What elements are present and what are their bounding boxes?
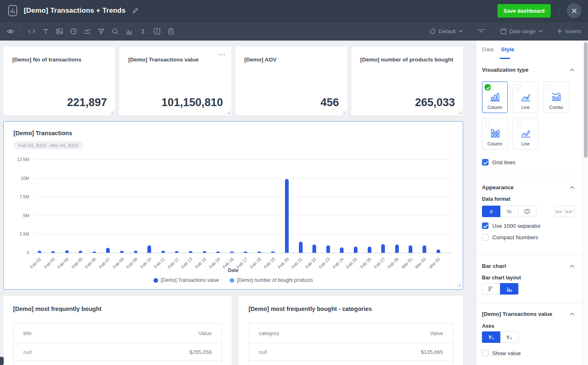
- y-axis-tick: 10M: [9, 176, 29, 181]
- section-heading: Appearance: [482, 184, 513, 190]
- viz-option-combo[interactable]: Combo: [543, 82, 569, 113]
- line-chart-icon[interactable]: [84, 28, 91, 35]
- bar-feb-16: [230, 252, 234, 253]
- toolbar-divider: [21, 26, 21, 36]
- compact-numbers-checkbox[interactable]: [482, 234, 488, 240]
- search-icon[interactable]: [112, 28, 119, 35]
- y-axis-tick: 2.5M: [9, 231, 29, 236]
- plus-icon: [557, 29, 562, 34]
- grid-lines-checkbox[interactable]: [482, 159, 488, 165]
- edit-title-icon[interactable]: [132, 8, 138, 14]
- kpi-title: [Demo] AOV: [244, 57, 338, 63]
- selected-check-icon: [484, 84, 491, 91]
- viz-option-label: Line: [522, 141, 530, 146]
- section-divider: [477, 254, 582, 255]
- vertical-bars-layout-button[interactable]: [500, 283, 518, 295]
- kpi-card-aov[interactable]: [Demo] AOV 456: [235, 47, 347, 116]
- data-table: title Value null $265,058: [13, 323, 222, 365]
- toolbar-right: Default Date range Inserts: [429, 28, 581, 34]
- text-icon[interactable]: [42, 28, 49, 35]
- chart-legend: [Demo] Transactions value [Demo] number …: [4, 277, 463, 283]
- series-settings-header: [Demo] Transactions value: [482, 311, 574, 317]
- preview-eye-icon[interactable]: [7, 28, 14, 35]
- most-frequently-bought-panel[interactable]: [Demo] most frequently bought title Valu…: [3, 296, 232, 365]
- most-frequently-bought-categories-panel[interactable]: [Demo] most frequently bought - categori…: [239, 296, 463, 365]
- viz-option-column[interactable]: Column: [482, 82, 508, 113]
- viz-option-label: Column: [487, 141, 502, 146]
- kpi-card-no-of-transactions[interactable]: [Demo] No of transactions 221,897: [3, 47, 115, 116]
- code-icon[interactable]: [28, 28, 35, 35]
- horizontal-bars-layout-button[interactable]: [482, 283, 500, 295]
- x-axis-title: Date: [4, 268, 463, 273]
- active-tab-underline: [500, 58, 510, 59]
- resize-handle[interactable]: [227, 111, 230, 114]
- resize-handle[interactable]: [459, 111, 461, 114]
- image-icon[interactable]: [56, 28, 63, 35]
- bar-feb-18: [258, 252, 261, 253]
- content-area: [Demo] No of transactions 221,897 [Demo]…: [0, 41, 588, 365]
- y-axis-tick: 0: [9, 250, 29, 255]
- chevron-up-icon[interactable]: [570, 265, 574, 268]
- kpi-card-products-bought[interactable]: [Demo] number of products bought 265,033: [351, 47, 463, 116]
- y1-axis-button[interactable]: Y₁: [482, 331, 500, 343]
- kpi-card-transactions-value[interactable]: [Demo] Transactions value 101,150,810: [119, 47, 231, 116]
- legend-label: [Demo] number of bought products: [237, 277, 313, 283]
- bar-feb-21: [299, 242, 303, 253]
- y-axis-tick: 7.5M: [9, 194, 29, 199]
- resize-handle[interactable]: [111, 111, 113, 114]
- bar-feb-11: [161, 251, 165, 253]
- legend-dot: [154, 278, 158, 283]
- format-percent-button[interactable]: %: [500, 206, 518, 217]
- viz-option-label: Column: [487, 105, 502, 110]
- chevron-up-icon[interactable]: [570, 313, 574, 315]
- column-chart-icon[interactable]: [126, 28, 133, 35]
- transactions-chart-panel[interactable]: [Demo] Transactions Feb 03, 2023 - Mar 0…: [3, 121, 463, 290]
- decrease-decimals-button[interactable]: 0.0⁻: [554, 206, 565, 217]
- y2-axis-button[interactable]: Y₂: [500, 331, 518, 343]
- chat-widget-fragment[interactable]: [0, 357, 4, 365]
- legend-item-bought-products[interactable]: [Demo] number of bought products: [230, 277, 313, 283]
- scrollbar-thumb[interactable]: [584, 42, 588, 158]
- kpi-value: 221,897: [67, 96, 107, 109]
- chevron-up-icon[interactable]: [570, 186, 574, 189]
- increase-decimals-button[interactable]: 0.0⁺: [564, 206, 574, 217]
- chevron-up-icon[interactable]: [570, 68, 574, 71]
- tab-data[interactable]: Data: [482, 46, 494, 52]
- sidebar-scrollbar[interactable]: [582, 41, 588, 365]
- bar-feb-14: [203, 251, 206, 253]
- clipboard-icon[interactable]: [167, 28, 174, 35]
- axes-button-group: Y₁ Y₂: [482, 331, 574, 343]
- card-menu-icon[interactable]: [219, 54, 225, 55]
- sum-icon[interactable]: Σ: [140, 28, 147, 35]
- close-button[interactable]: [567, 3, 581, 18]
- filter-lines-icon[interactable]: [477, 28, 485, 34]
- bar-feb-20: [285, 179, 289, 253]
- gauge-icon[interactable]: [70, 28, 77, 35]
- bar-feb-13: [189, 251, 192, 253]
- format-currency-button[interactable]: [518, 206, 536, 217]
- date-range-selector[interactable]: Date range: [500, 28, 543, 34]
- tab-style[interactable]: Style: [501, 46, 514, 52]
- resize-handle[interactable]: [457, 283, 460, 286]
- legend-item-transactions-value[interactable]: [Demo] Transactions value: [154, 277, 219, 283]
- theme-selector[interactable]: Default: [429, 28, 462, 34]
- kpi-title: [Demo] Transactions value: [128, 57, 222, 63]
- header-divider: [559, 5, 559, 16]
- format-number-button[interactable]: #: [482, 206, 500, 217]
- save-dashboard-button[interactable]: Save dashboard: [498, 4, 551, 18]
- bar-feb-22: [312, 245, 316, 253]
- bar-feb-05: [79, 251, 82, 253]
- viz-option-stacked-column[interactable]: Column: [482, 118, 508, 150]
- viz-option-line[interactable]: Line: [513, 82, 538, 113]
- show-value-checkbox[interactable]: [482, 350, 488, 356]
- sum-box-icon[interactable]: Σ: [154, 28, 161, 35]
- column-header: title: [23, 330, 32, 336]
- filter-funnel-icon[interactable]: [98, 28, 105, 35]
- thousand-separator-checkbox[interactable]: [482, 222, 488, 229]
- inserts-button[interactable]: Inserts: [557, 28, 581, 34]
- resize-handle[interactable]: [343, 111, 346, 114]
- viz-option-multi-line[interactable]: Line: [513, 118, 538, 150]
- table-title: [Demo] most frequently bought - categori…: [249, 306, 453, 312]
- bar-feb-25: [354, 247, 357, 253]
- bar-mar-02: [423, 245, 426, 253]
